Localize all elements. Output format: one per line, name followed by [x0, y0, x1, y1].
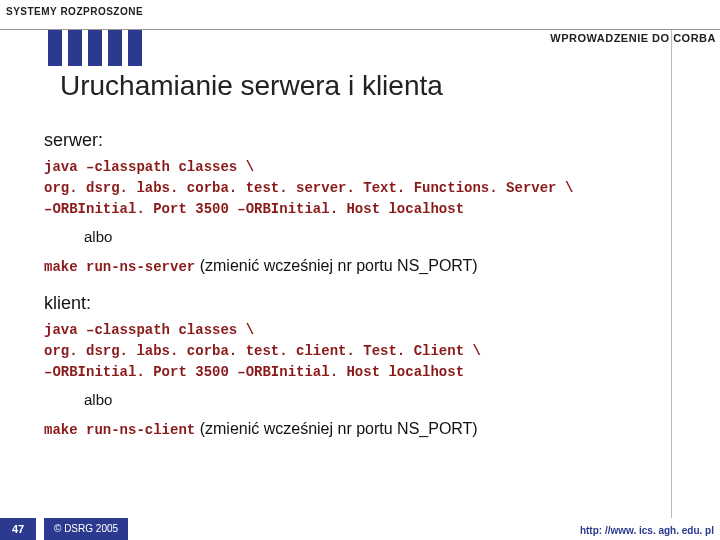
server-make-line: make run-ns-server (zmienić wcześniej nr… — [44, 255, 664, 277]
footer-url: http: //www. ics. agh. edu. pl — [580, 525, 714, 536]
server-make-note: (zmienić wcześniej nr portu NS_PORT) — [195, 257, 477, 274]
content-area: serwer: java –classpath classes \ org. d… — [44, 120, 664, 454]
client-code-line: org. dsrg. labs. corba. test. client. Te… — [44, 342, 664, 361]
decorative-stripes — [48, 30, 148, 66]
server-label: serwer: — [44, 128, 664, 152]
client-make-note: (zmienić wcześniej nr portu NS_PORT) — [195, 420, 477, 437]
slide-title: Uruchamianie serwera i klienta — [60, 70, 443, 102]
client-make-line: make run-ns-client (zmienić wcześniej nr… — [44, 418, 664, 440]
client-albo: albo — [84, 390, 664, 410]
footer: 47 © DSRG 2005 http: //www. ics. agh. ed… — [0, 518, 720, 540]
slide: SYSTEMY ROZPROSZONE WPROWADZENIE DO CORB… — [0, 0, 720, 540]
server-code-line: –ORBInitial. Port 3500 –ORBInitial. Host… — [44, 200, 664, 219]
copyright: © DSRG 2005 — [44, 518, 128, 540]
client-make-cmd: make run-ns-client — [44, 422, 195, 438]
server-code-line: java –classpath classes \ — [44, 158, 664, 177]
server-albo: albo — [84, 227, 664, 247]
server-make-cmd: make run-ns-server — [44, 259, 195, 275]
client-label: klient: — [44, 291, 664, 315]
right-divider — [671, 30, 672, 518]
page-number: 47 — [0, 518, 36, 540]
header-left: SYSTEMY ROZPROSZONE — [6, 6, 143, 17]
server-code-line: org. dsrg. labs. corba. test. server. Te… — [44, 179, 664, 198]
top-bar: SYSTEMY ROZPROSZONE — [0, 0, 720, 30]
client-code-line: –ORBInitial. Port 3500 –ORBInitial. Host… — [44, 363, 664, 382]
client-code-line: java –classpath classes \ — [44, 321, 664, 340]
header-right: WPROWADZENIE DO CORBA — [550, 32, 716, 44]
